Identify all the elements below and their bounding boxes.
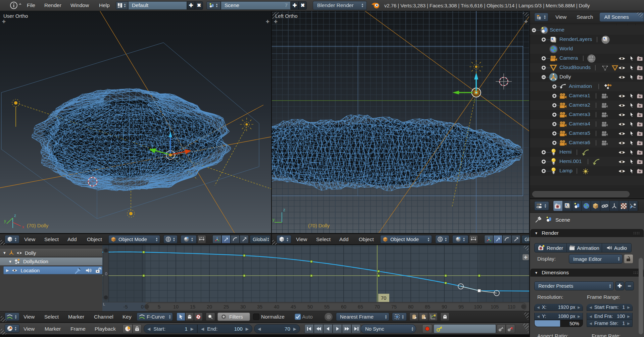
svg-text:20: 20 bbox=[207, 304, 212, 310]
svg-text:y: y bbox=[273, 217, 275, 222]
svg-text:110: 110 bbox=[507, 304, 515, 310]
svg-text:✚: ✚ bbox=[266, 19, 269, 24]
svg-text:✚: ✚ bbox=[524, 255, 528, 260]
svg-text:15: 15 bbox=[190, 304, 195, 310]
svg-text:✚: ✚ bbox=[524, 19, 528, 24]
svg-text:45: 45 bbox=[291, 304, 296, 310]
svg-text:5: 5 bbox=[158, 304, 160, 310]
svg-text:10: 10 bbox=[173, 304, 179, 310]
svg-text:x: x bbox=[22, 225, 24, 229]
svg-text:85: 85 bbox=[425, 304, 430, 310]
svg-text:65: 65 bbox=[358, 304, 363, 310]
svg-text:75: 75 bbox=[391, 304, 397, 310]
svg-text:105: 105 bbox=[491, 304, 499, 310]
svg-text:30: 30 bbox=[240, 304, 246, 310]
svg-text:70: 70 bbox=[381, 295, 387, 301]
svg-text:90: 90 bbox=[442, 304, 447, 310]
svg-text:✚: ✚ bbox=[2, 19, 6, 24]
svg-text:25: 25 bbox=[224, 304, 229, 310]
svg-text:-5: -5 bbox=[123, 304, 128, 310]
svg-text:70: 70 bbox=[375, 304, 380, 310]
svg-text:95: 95 bbox=[458, 304, 464, 310]
svg-text:✚: ✚ bbox=[274, 19, 278, 24]
svg-text:60: 60 bbox=[341, 304, 346, 310]
svg-text:z: z bbox=[14, 213, 16, 218]
svg-text:55: 55 bbox=[324, 304, 330, 310]
svg-text:0: 0 bbox=[105, 272, 107, 276]
svg-text:100: 100 bbox=[474, 304, 482, 310]
svg-text:40: 40 bbox=[274, 304, 279, 310]
svg-text:z: z bbox=[283, 208, 285, 212]
svg-text:L: L bbox=[103, 302, 105, 306]
svg-text:50: 50 bbox=[307, 304, 313, 310]
svg-text:0: 0 bbox=[141, 304, 144, 310]
svg-text:35: 35 bbox=[257, 304, 262, 310]
svg-text:y: y bbox=[4, 219, 6, 223]
svg-text:80: 80 bbox=[408, 304, 413, 310]
